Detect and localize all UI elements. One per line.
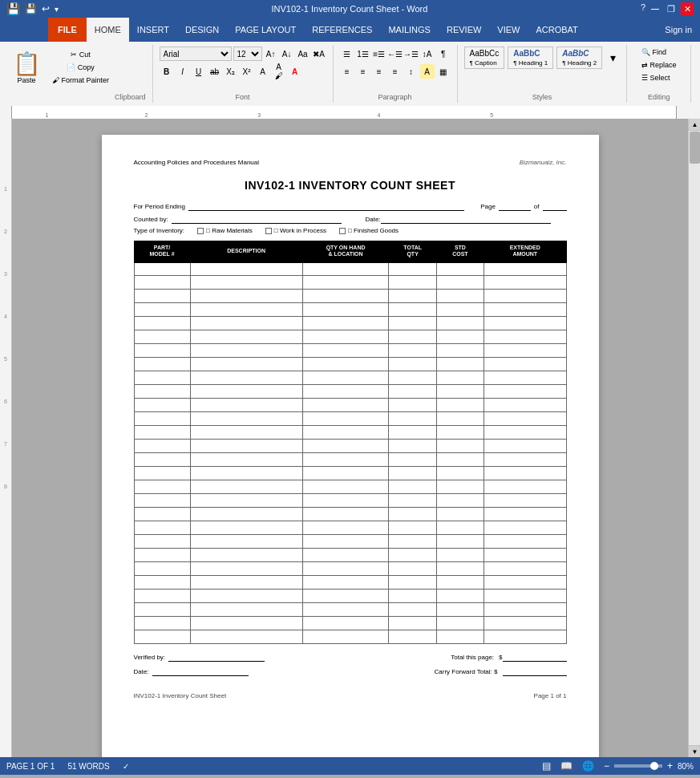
table-cell[interactable]: [302, 317, 389, 330]
paste-button[interactable]: 📋 Paste: [6, 47, 47, 88]
table-cell[interactable]: [484, 508, 566, 521]
numbering-button[interactable]: 1☰: [356, 47, 370, 61]
table-cell[interactable]: [389, 617, 436, 630]
tab-home[interactable]: HOME: [87, 18, 129, 42]
table-cell[interactable]: [436, 276, 484, 290]
grow-font-button[interactable]: A↑: [264, 47, 278, 61]
table-cell[interactable]: [302, 590, 389, 603]
font-name-select[interactable]: Arial: [160, 47, 232, 61]
table-cell[interactable]: [302, 480, 389, 494]
table-cell[interactable]: [436, 317, 484, 330]
table-cell[interactable]: [190, 535, 302, 549]
table-cell[interactable]: [190, 276, 302, 290]
table-cell[interactable]: [302, 290, 389, 303]
table-cell[interactable]: [436, 290, 484, 303]
table-cell[interactable]: [302, 344, 389, 358]
table-cell[interactable]: [302, 440, 389, 453]
tab-view[interactable]: VIEW: [489, 18, 528, 42]
format-painter-button[interactable]: 🖌 Format Painter: [48, 75, 113, 86]
table-cell[interactable]: [484, 330, 566, 344]
tab-page-layout[interactable]: PAGE LAYOUT: [227, 18, 304, 42]
sort-button[interactable]: ↕A: [420, 47, 435, 61]
table-cell[interactable]: [302, 521, 389, 535]
table-cell[interactable]: [484, 630, 566, 644]
strikethrough-button[interactable]: ab: [208, 64, 222, 79]
table-cell[interactable]: [436, 630, 484, 644]
table-cell[interactable]: [436, 494, 484, 508]
clear-format-button[interactable]: ✖A: [312, 47, 326, 61]
table-cell[interactable]: [484, 576, 566, 590]
scroll-up-button[interactable]: ▲: [689, 119, 700, 131]
right-scrollbar[interactable]: ▲ ▼: [688, 119, 700, 757]
table-cell[interactable]: [436, 371, 484, 385]
scroll-track[interactable]: [689, 131, 700, 745]
table-cell[interactable]: [302, 426, 389, 440]
sign-in-link[interactable]: Sign in: [657, 22, 700, 38]
font-size-select[interactable]: 12: [233, 47, 262, 61]
table-cell[interactable]: [389, 262, 436, 276]
table-cell[interactable]: [484, 603, 566, 617]
table-cell[interactable]: [389, 385, 436, 399]
table-cell[interactable]: [389, 330, 436, 344]
table-cell[interactable]: [484, 562, 566, 576]
table-cell[interactable]: [302, 303, 389, 317]
table-cell[interactable]: [389, 603, 436, 617]
table-cell[interactable]: [302, 385, 389, 399]
table-cell[interactable]: [389, 453, 436, 467]
table-cell[interactable]: [302, 453, 389, 467]
table-cell[interactable]: [302, 399, 389, 412]
table-cell[interactable]: [134, 290, 190, 303]
table-cell[interactable]: [436, 467, 484, 480]
table-cell[interactable]: [190, 330, 302, 344]
table-cell[interactable]: [436, 590, 484, 603]
shading-button[interactable]: A: [420, 64, 435, 79]
table-cell[interactable]: [389, 358, 436, 371]
table-cell[interactable]: [302, 412, 389, 426]
table-cell[interactable]: [389, 440, 436, 453]
table-cell[interactable]: [134, 590, 190, 603]
zoom-in-button[interactable]: +: [666, 760, 674, 772]
tab-insert[interactable]: INSERT: [129, 18, 177, 42]
style-normal[interactable]: AaBbCc ¶ Caption: [464, 47, 505, 69]
table-cell[interactable]: [484, 262, 566, 276]
align-right-button[interactable]: ≡: [372, 64, 386, 79]
table-cell[interactable]: [302, 358, 389, 371]
table-cell[interactable]: [389, 494, 436, 508]
superscript-button[interactable]: X²: [240, 64, 254, 79]
table-cell[interactable]: [134, 467, 190, 480]
align-center-button[interactable]: ≡: [356, 64, 370, 79]
justify-button[interactable]: ≡: [388, 64, 403, 79]
table-cell[interactable]: [302, 467, 389, 480]
proofing-icon[interactable]: ✓: [123, 762, 129, 771]
tab-references[interactable]: REFERENCES: [304, 18, 380, 42]
table-cell[interactable]: [436, 385, 484, 399]
table-cell[interactable]: [302, 330, 389, 344]
table-cell[interactable]: [484, 617, 566, 630]
table-cell[interactable]: [134, 494, 190, 508]
table-cell[interactable]: [134, 535, 190, 549]
table-cell[interactable]: [302, 535, 389, 549]
table-cell[interactable]: [389, 630, 436, 644]
web-layout-button[interactable]: 🌐: [581, 760, 596, 772]
table-cell[interactable]: [134, 549, 190, 562]
table-cell[interactable]: [134, 453, 190, 467]
text-effects-button[interactable]: A: [256, 64, 270, 79]
table-cell[interactable]: [190, 303, 302, 317]
table-cell[interactable]: [436, 603, 484, 617]
table-cell[interactable]: [389, 590, 436, 603]
raw-materials-checkbox[interactable]: [197, 228, 204, 234]
table-cell[interactable]: [302, 371, 389, 385]
table-cell[interactable]: [302, 494, 389, 508]
table-cell[interactable]: [436, 262, 484, 276]
underline-button[interactable]: U: [192, 64, 206, 79]
zoom-out-button[interactable]: −: [602, 760, 611, 772]
table-cell[interactable]: [134, 412, 190, 426]
table-cell[interactable]: [436, 535, 484, 549]
find-button[interactable]: 🔍 Find: [637, 47, 670, 58]
table-cell[interactable]: [134, 344, 190, 358]
replace-button[interactable]: ⇄ Replace: [637, 59, 681, 71]
table-cell[interactable]: [484, 440, 566, 453]
table-cell[interactable]: [389, 508, 436, 521]
table-cell[interactable]: [484, 521, 566, 535]
close-button[interactable]: ✕: [681, 2, 694, 15]
